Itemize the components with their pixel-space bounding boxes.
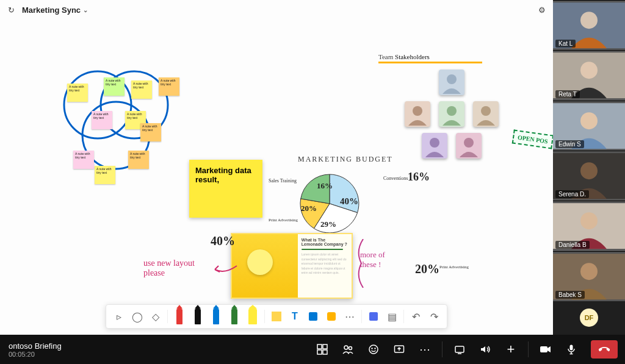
participant-tile[interactable]: Reta T xyxy=(553,50,625,100)
self-avatar-row: DF xyxy=(553,301,625,335)
stake-title-handwriting: Stakeholders xyxy=(395,53,430,60)
hangup-button[interactable] xyxy=(591,340,618,359)
svg-point-29 xyxy=(375,348,375,349)
svg-rect-21 xyxy=(317,344,322,349)
sticky-note[interactable]: A note with tiny text xyxy=(92,111,112,129)
pie-slice-pct: 40% xyxy=(340,196,358,207)
svg-point-4 xyxy=(413,106,422,116)
svg-point-27 xyxy=(369,345,378,354)
participants-icon[interactable] xyxy=(342,343,354,355)
meeting-control-bar: ontoso Briefing 00:05:20 ⋯ + xyxy=(0,335,625,364)
whiteboard-toolbar: ▹ ◯ ◇ T ⋯ ▤ ↶ ↷ xyxy=(106,304,447,329)
svg-point-18 xyxy=(580,212,598,229)
participants-panel: Kat L Reta T Edwin S Serena D. Daniella … xyxy=(553,0,625,335)
svg-point-14 xyxy=(580,112,598,129)
undo-button[interactable]: ↶ xyxy=(409,307,422,326)
eraser-tool[interactable]: ◇ xyxy=(149,307,162,326)
meeting-info: ontoso Briefing 00:05:20 xyxy=(0,341,70,358)
pie-slice-pct: 29% xyxy=(320,219,336,229)
pen-green[interactable] xyxy=(228,307,241,326)
stake-title-label: Team xyxy=(378,53,393,60)
stakeholder-photo[interactable] xyxy=(456,133,482,159)
svg-point-5 xyxy=(447,106,457,116)
participant-name: Serena D. xyxy=(555,190,589,198)
board-title-text: Marketing Sync xyxy=(22,5,81,15)
sticky-note[interactable]: A note with tiny text xyxy=(67,84,88,102)
stakeholder-photo[interactable] xyxy=(473,101,499,127)
meeting-duration: 00:05:20 xyxy=(9,351,62,358)
refresh-icon[interactable]: ↻ xyxy=(6,5,16,15)
template-tool[interactable] xyxy=(367,307,380,326)
pie-chart[interactable]: 40% 29% 20% 16% xyxy=(290,166,375,239)
pie-callout-pct: 16% xyxy=(408,171,430,184)
sticky-tool[interactable] xyxy=(270,307,283,326)
svg-point-28 xyxy=(372,348,372,349)
sticky-note[interactable]: A note with tiny text xyxy=(159,77,179,96)
participant-tile[interactable]: Daniella B xyxy=(553,201,625,251)
brace-icon xyxy=(354,239,366,288)
pen-black[interactable] xyxy=(191,307,204,326)
participant-name: Daniella B xyxy=(555,241,590,249)
svg-rect-24 xyxy=(323,350,327,354)
svg-point-12 xyxy=(580,62,598,79)
text-tool[interactable]: T xyxy=(288,307,302,326)
pasted-image[interactable]: What is The Lemonade Company ? Lorem ips… xyxy=(231,233,353,299)
add-icon[interactable]: + xyxy=(505,343,517,355)
more-tool[interactable]: ⋯ xyxy=(343,307,356,326)
svg-point-10 xyxy=(580,12,598,29)
big-sticky-note[interactable]: Marketing data result, xyxy=(189,160,262,218)
gear-icon[interactable]: ⚙ xyxy=(537,5,547,15)
svg-rect-22 xyxy=(323,344,327,349)
participant-tile[interactable]: Serena D. xyxy=(553,151,625,201)
stat-percent: 20% xyxy=(415,262,439,276)
volume-icon[interactable] xyxy=(479,343,491,355)
pasted-doc-heading: What is The Lemonade Company ? xyxy=(302,238,348,246)
pie-legend-label: Sales Training xyxy=(269,178,297,184)
meeting-name: ontoso Briefing xyxy=(9,341,62,351)
svg-point-7 xyxy=(430,138,439,148)
participant-tile[interactable]: Babek S xyxy=(553,251,625,301)
svg-rect-32 xyxy=(540,346,547,352)
redo-button[interactable]: ↷ xyxy=(427,307,441,326)
reactions-icon[interactable] xyxy=(367,343,380,355)
pie-legend-label: Conventions xyxy=(383,176,408,181)
stakeholder-photo[interactable] xyxy=(439,101,464,127)
gallery-view-icon[interactable] xyxy=(316,343,328,355)
svg-point-8 xyxy=(464,138,474,148)
svg-point-3 xyxy=(447,74,457,84)
stakeholder-photo[interactable] xyxy=(405,101,430,127)
pen-blue[interactable] xyxy=(209,307,223,326)
lasso-tool[interactable]: ◯ xyxy=(131,307,144,326)
svg-point-6 xyxy=(481,106,491,116)
stakeholders-group[interactable]: Team Stakeholders xyxy=(378,53,525,159)
highlighter-yellow[interactable] xyxy=(246,307,259,326)
sticky-note[interactable]: A note with tiny text xyxy=(73,151,94,169)
shape-tool[interactable] xyxy=(306,307,320,326)
stat-label: Print Advertising xyxy=(439,265,469,269)
board-title-dropdown[interactable]: Marketing Sync ⌄ xyxy=(22,5,88,15)
whiteboard-canvas[interactable]: A note with tiny text A note with tiny t… xyxy=(0,20,553,335)
self-avatar[interactable]: DF xyxy=(580,309,598,327)
stakeholder-photo[interactable] xyxy=(439,70,464,95)
share-screen-icon[interactable] xyxy=(393,343,405,355)
pen-red[interactable] xyxy=(173,307,186,326)
chevron-down-icon: ⌄ xyxy=(83,7,88,13)
sticky-note[interactable]: A note with tiny text xyxy=(95,166,115,184)
sticky-note[interactable]: A note with tiny text xyxy=(140,123,161,141)
handwriting-note: use new layout please xyxy=(143,259,217,278)
sticky-note[interactable]: A note with tiny text xyxy=(128,151,149,169)
camera-icon[interactable] xyxy=(540,343,552,355)
participant-tile[interactable]: Kat L xyxy=(553,0,625,50)
microphone-icon[interactable] xyxy=(565,343,577,355)
sticky-note[interactable]: A note with tiny text xyxy=(104,77,125,96)
sticky-note[interactable]: A note with tiny text xyxy=(131,80,152,99)
image-tool[interactable]: ▤ xyxy=(385,307,399,326)
more-actions-icon[interactable]: ⋯ xyxy=(419,343,431,355)
svg-point-25 xyxy=(344,346,348,349)
reaction-tool[interactable] xyxy=(325,307,338,326)
participant-tile[interactable]: Edwin S xyxy=(553,101,625,151)
stakeholder-photo[interactable] xyxy=(422,133,447,159)
device-settings-icon[interactable] xyxy=(453,343,466,355)
cursor-tool[interactable]: ▹ xyxy=(112,307,126,326)
participant-name: Babek S xyxy=(555,291,585,299)
